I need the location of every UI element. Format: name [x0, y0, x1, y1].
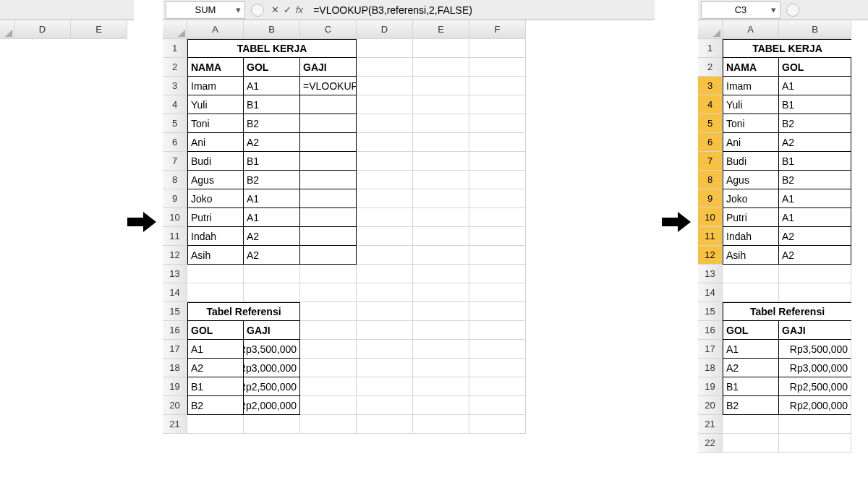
col-header-a[interactable]: A	[723, 20, 779, 39]
cell[interactable]	[187, 265, 244, 283]
cell[interactable]	[300, 396, 357, 415]
cell[interactable]	[357, 77, 413, 95]
name-box-dropdown-icon[interactable]: ▾	[768, 5, 778, 15]
row-header-sel[interactable]: 7	[698, 152, 723, 171]
col-header-d[interactable]: D	[14, 20, 71, 39]
corner-cell[interactable]	[0, 20, 14, 39]
ref-gaji[interactable]: Rp3,500,000	[244, 340, 300, 359]
cell[interactable]	[469, 189, 526, 208]
cell[interactable]	[413, 171, 469, 189]
cell[interactable]	[300, 415, 357, 434]
row-header-sel[interactable]: 12	[698, 246, 723, 265]
cell[interactable]	[469, 95, 526, 114]
cell-gol[interactable]: B1	[779, 152, 851, 171]
row-header[interactable]: 19	[163, 377, 187, 396]
ref-gol[interactable]: A1	[187, 340, 244, 359]
cell-nama[interactable]: Asih	[187, 246, 244, 265]
row-header[interactable]: 10	[163, 208, 187, 227]
cell[interactable]	[469, 246, 526, 265]
cell-gaji[interactable]	[300, 152, 357, 171]
ref-title[interactable]: Tabel Referensi	[723, 302, 851, 321]
cell[interactable]	[300, 321, 357, 340]
cell[interactable]	[244, 283, 300, 302]
cell-gol[interactable]: B2	[244, 114, 300, 133]
ref-gaji[interactable]: Rp3,000,000	[779, 359, 851, 377]
table-title[interactable]: TABEL KERJA	[187, 39, 357, 58]
select-all-corner[interactable]	[698, 20, 723, 39]
cell[interactable]	[413, 340, 469, 359]
cell-gaji[interactable]	[300, 133, 357, 152]
cell[interactable]	[413, 302, 469, 321]
cell[interactable]	[723, 415, 779, 434]
cell-gol[interactable]: B2	[779, 114, 851, 133]
cell[interactable]	[469, 302, 526, 321]
cell[interactable]	[469, 227, 526, 246]
row-header[interactable]: 13	[698, 265, 723, 283]
cell[interactable]	[413, 321, 469, 340]
cell-gol[interactable]: B2	[244, 171, 300, 189]
cell[interactable]	[469, 415, 526, 434]
cell[interactable]	[469, 208, 526, 227]
cell-nama[interactable]: Yuli	[723, 95, 779, 114]
col-header-b[interactable]: B	[779, 20, 851, 39]
row-header[interactable]: 19	[698, 377, 723, 396]
fx-icon[interactable]: fx	[296, 4, 303, 15]
cell[interactable]	[469, 171, 526, 189]
row-header-sel[interactable]: 11	[698, 227, 723, 246]
col-header-b[interactable]: B	[244, 20, 300, 39]
name-box[interactable]: SUM ▾	[166, 1, 245, 19]
cell[interactable]	[357, 415, 413, 434]
cell-nama[interactable]: Putri	[723, 208, 779, 227]
row-header[interactable]: 21	[698, 415, 723, 434]
cell[interactable]	[469, 77, 526, 95]
ref-gaji[interactable]: Rp2,500,000	[779, 377, 851, 396]
row-header[interactable]: 2	[163, 58, 187, 77]
cell[interactable]	[357, 265, 413, 283]
row-header[interactable]: 9	[163, 189, 187, 208]
cell[interactable]	[357, 95, 413, 114]
cell[interactable]	[723, 283, 779, 302]
cell-nama[interactable]: Asih	[723, 246, 779, 265]
row-header[interactable]: 8	[163, 171, 187, 189]
formula-input[interactable]	[310, 2, 655, 18]
cell[interactable]	[469, 265, 526, 283]
name-box-dropdown-icon[interactable]: ▾	[233, 5, 243, 15]
cell-gaji[interactable]	[300, 208, 357, 227]
cell[interactable]	[187, 283, 244, 302]
cell[interactable]	[469, 58, 526, 77]
row-header[interactable]: 16	[163, 321, 187, 340]
row-header[interactable]: 6	[163, 133, 187, 152]
ref-gol[interactable]: A2	[723, 359, 779, 377]
row-header[interactable]: 4	[163, 95, 187, 114]
col-header-c[interactable]: C	[300, 20, 357, 39]
row-header-sel[interactable]: 4	[698, 95, 723, 114]
cell[interactable]	[469, 321, 526, 340]
cell[interactable]	[413, 39, 469, 58]
row-header[interactable]: 18	[163, 359, 187, 377]
ref-gol[interactable]: B2	[187, 396, 244, 415]
cell-gaji[interactable]	[300, 189, 357, 208]
cell-gol[interactable]: A1	[244, 208, 300, 227]
col-header-f[interactable]: F	[469, 20, 526, 39]
cell-gol[interactable]: A1	[779, 189, 851, 208]
cell[interactable]	[300, 340, 357, 359]
grid-center[interactable]: A B C D E F 1 TABEL KERJA 2 NAMA GOL GAJ…	[163, 20, 655, 434]
cell[interactable]	[469, 340, 526, 359]
cell[interactable]	[300, 302, 357, 321]
cell-nama[interactable]: Putri	[187, 208, 244, 227]
row-header[interactable]: 17	[163, 340, 187, 359]
table-title[interactable]: TABEL KERJA	[723, 39, 851, 58]
cell[interactable]	[357, 377, 413, 396]
col-header-e[interactable]: E	[71, 20, 127, 39]
cell-gaji[interactable]	[300, 114, 357, 133]
cell-gaji-editing[interactable]: =VLOOKUP(B3,referensi,2,FALSE)	[300, 77, 357, 95]
col-header-e[interactable]: E	[413, 20, 469, 39]
row-header[interactable]: 20	[163, 396, 187, 415]
cell[interactable]	[469, 377, 526, 396]
row-header[interactable]: 16	[698, 321, 723, 340]
ref-gaji[interactable]: Rp2,000,000	[779, 396, 851, 415]
row-header[interactable]: 2	[698, 58, 723, 77]
cell-gol[interactable]: A2	[779, 246, 851, 265]
cell[interactable]	[779, 283, 851, 302]
row-header[interactable]: 14	[163, 283, 187, 302]
